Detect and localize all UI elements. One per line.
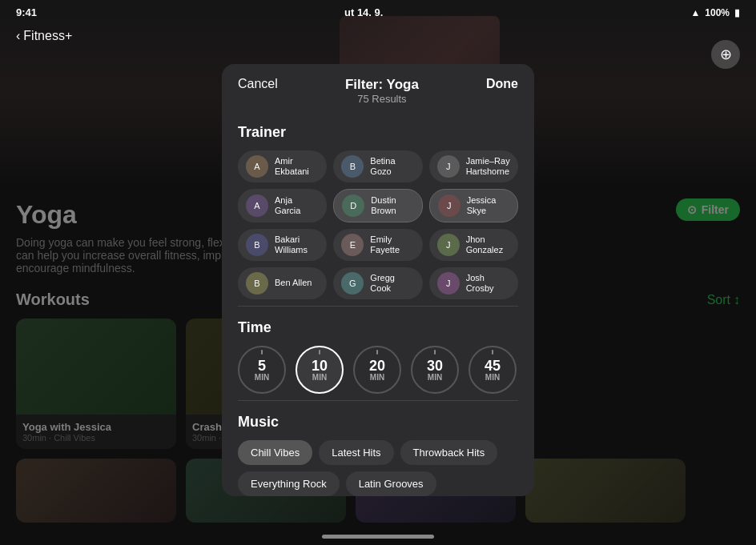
modal-title-block: Filter: Yoga 75 Results	[345, 77, 419, 105]
trainer-item[interactable]: BBen Allen	[238, 267, 327, 299]
trainer-name: Amir Ekbatani	[275, 156, 319, 177]
trainer-name: Gregg Cook	[370, 273, 414, 294]
time-number: 10	[312, 359, 328, 373]
time-option[interactable]: 30MIN	[411, 346, 459, 394]
music-tags: Chill VibesLatest HitsThrowback HitsEver…	[238, 440, 518, 496]
music-tag[interactable]: Everything Rock	[238, 471, 340, 496]
music-tag[interactable]: Throwback Hits	[400, 440, 498, 465]
status-bar: 9:41 ut 14. 9. ▲ 100% ▮	[0, 0, 756, 25]
trainer-name: Josh Crosby	[466, 273, 510, 294]
time-section: Time 5MIN10MIN20MIN30MIN45MIN	[222, 307, 534, 394]
trainer-section-title: Trainer	[238, 124, 518, 141]
trainer-item[interactable]: DDustin Brown	[333, 189, 422, 222]
time: 9:41	[16, 6, 37, 18]
trainer-item[interactable]: JJessica Skye	[429, 189, 518, 222]
time-option[interactable]: 5MIN	[238, 346, 286, 394]
trainer-name: Jamie–Ray Hartshorne	[466, 156, 510, 177]
music-tag[interactable]: Latest Hits	[319, 440, 393, 465]
time-unit: MIN	[312, 373, 327, 382]
battery: 100%	[705, 7, 730, 18]
back-nav-label: Fitness+	[23, 29, 72, 43]
trainer-section: Trainer AAmir EkbataniBBetina GozoJJamie…	[222, 111, 534, 299]
time-number: 20	[369, 359, 385, 373]
trainer-item[interactable]: JJosh Crosby	[429, 267, 518, 299]
time-unit: MIN	[428, 373, 442, 382]
trainer-name: Bakari Williams	[275, 234, 319, 255]
trainer-item[interactable]: AAmir Ekbatani	[238, 150, 327, 182]
time-unit: MIN	[485, 373, 500, 382]
trainer-item[interactable]: BBetina Gozo	[333, 150, 422, 182]
battery-icon: ▮	[734, 7, 740, 18]
time-option[interactable]: 45MIN	[468, 346, 517, 394]
filter-modal: Cancel Filter: Yoga 75 Results Done Trai…	[222, 64, 534, 496]
trainer-name: Dustin Brown	[371, 195, 413, 216]
time-number: 5	[258, 359, 266, 373]
done-button[interactable]: Done	[486, 77, 518, 91]
home-indicator	[322, 535, 434, 539]
date: ut 14. 9.	[344, 6, 383, 18]
modal-title: Filter: Yoga	[345, 77, 419, 93]
trainer-avatar: J	[437, 155, 460, 178]
trainer-grid: AAmir EkbataniBBetina GozoJJamie–Ray Har…	[238, 150, 518, 299]
trainer-avatar: J	[437, 272, 460, 295]
trainer-avatar: B	[246, 234, 268, 256]
trainer-avatar: J	[437, 234, 460, 256]
time-unit: MIN	[370, 373, 384, 382]
wifi-icon: ▲	[690, 7, 700, 18]
trainer-avatar: D	[342, 194, 364, 217]
trainer-name: Jhon Gonzalez	[466, 234, 510, 255]
trainer-avatar: G	[341, 272, 364, 295]
trainer-name: Betina Gozo	[370, 156, 414, 177]
trainer-item[interactable]: BBakari Williams	[238, 229, 327, 261]
trainer-avatar: B	[246, 272, 268, 295]
trainer-avatar: A	[246, 155, 268, 178]
modal-overlay: Cancel Filter: Yoga 75 Results Done Trai…	[0, 0, 756, 545]
time-section-title: Time	[238, 319, 518, 336]
avatar-icon[interactable]: ⊕	[711, 40, 740, 69]
trainer-item[interactable]: EEmily Fayette	[333, 229, 422, 261]
back-chevron-icon: ‹	[16, 29, 20, 43]
modal-subtitle: 75 Results	[345, 93, 419, 105]
trainer-item[interactable]: GGregg Cook	[333, 267, 422, 299]
trainer-item[interactable]: JJamie–Ray Hartshorne	[429, 150, 518, 182]
trainer-avatar: B	[341, 155, 364, 178]
avatar-symbol: ⊕	[720, 46, 732, 63]
cancel-button[interactable]: Cancel	[238, 77, 278, 91]
time-number: 45	[485, 359, 501, 373]
status-bar-right: ▲ 100% ▮	[690, 7, 740, 18]
time-number: 30	[427, 359, 443, 373]
time-unit: MIN	[255, 373, 269, 382]
trainer-name: Jessica Skye	[467, 195, 509, 216]
music-tag[interactable]: Latin Grooves	[346, 471, 436, 496]
back-nav[interactable]: ‹ Fitness+	[0, 22, 88, 50]
trainer-avatar: J	[438, 194, 460, 217]
trainer-name: Ben Allen	[275, 278, 312, 288]
modal-header: Cancel Filter: Yoga 75 Results Done	[222, 64, 534, 111]
trainer-name: Emily Fayette	[370, 234, 414, 255]
trainer-avatar: E	[341, 234, 364, 256]
music-section-title: Music	[238, 414, 518, 431]
trainer-name: Anja Garcia	[275, 195, 319, 216]
time-options: 5MIN10MIN20MIN30MIN45MIN	[238, 346, 518, 394]
time-option[interactable]: 20MIN	[353, 346, 401, 394]
trainer-item[interactable]: JJhon Gonzalez	[429, 229, 518, 261]
trainer-avatar: A	[246, 194, 268, 217]
music-section: Music Chill VibesLatest HitsThrowback Hi…	[222, 401, 534, 496]
music-tag[interactable]: Chill Vibes	[238, 440, 312, 465]
trainer-item[interactable]: AAnja Garcia	[238, 189, 327, 222]
time-option[interactable]: 10MIN	[296, 346, 344, 394]
